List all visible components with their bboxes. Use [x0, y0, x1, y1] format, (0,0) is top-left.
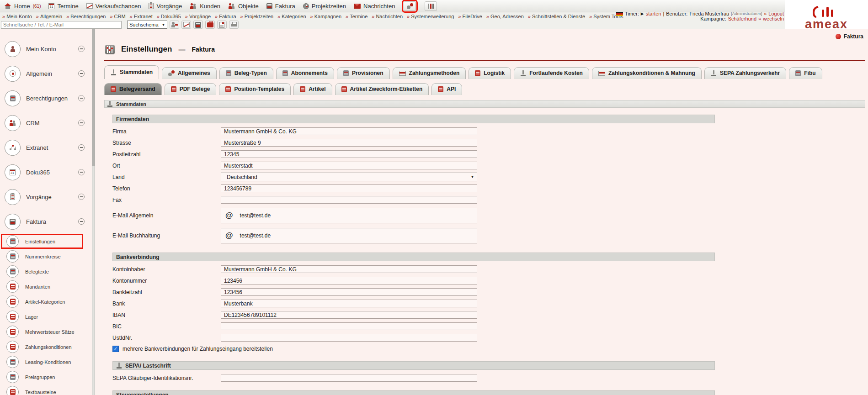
top-nav-item-nachrichten[interactable]: Nachrichten: [354, 3, 395, 10]
breadcrumb-kampagnen[interactable]: »Kampagnen: [310, 14, 341, 19]
postleitzahl-input[interactable]: [221, 150, 477, 158]
breadcrumb-allgemein[interactable]: »Allgemein: [36, 14, 62, 19]
tab-stammdaten[interactable]: Stammdaten: [104, 65, 159, 79]
sidebar-subitem-textbausteine[interactable]: Textbausteine: [0, 384, 92, 395]
sidebar-item-extranet[interactable]: Extranet: [0, 135, 92, 160]
breadcrumb-doku365[interactable]: »Doku365: [157, 14, 181, 19]
campaign-name-link[interactable]: Schäferhund: [728, 16, 756, 21]
collapse-minus-icon[interactable]: [78, 95, 85, 101]
firma-input[interactable]: [221, 127, 477, 135]
tab-fibu[interactable]: Fibu: [789, 67, 822, 79]
sidebar-scrollbar[interactable]: [92, 29, 95, 395]
breadcrumb-vorgange[interactable]: »Vorgänge: [185, 14, 211, 19]
sidebar-item-faktura[interactable]: Faktura: [0, 209, 92, 234]
e-mail-buchhaltung-input[interactable]: @test@test.de: [221, 228, 477, 243]
tab-zahlungsmethoden[interactable]: Zahlungsmethoden: [393, 67, 466, 79]
breadcrumb-geo-adressen[interactable]: »Geo, Adressen: [486, 14, 524, 19]
quick-search-input[interactable]: [1, 21, 122, 29]
sepa-glaubiger-identifikationsnr-input[interactable]: [221, 374, 477, 382]
subtab-position-templates[interactable]: Position-Templates: [219, 83, 291, 95]
print-button[interactable]: [229, 21, 239, 29]
breadcrumb-crm[interactable]: »CRM: [110, 14, 125, 19]
statistics-button[interactable]: [425, 1, 437, 11]
sidebar-subitem-artikel-kategorien[interactable]: Artikel-Kategorien: [0, 294, 92, 309]
subtab-artikel-zweckform-etiketten[interactable]: Artikel Zweckform-Etiketten: [335, 83, 429, 95]
breadcrumb-extranet[interactable]: »Extranet: [130, 14, 153, 19]
top-nav-item-kunden[interactable]: Kunden: [190, 3, 220, 10]
sidebar-subitem-mehrwertsteuer-satze[interactable]: Mehrwertsteuer Sätze: [0, 324, 92, 339]
bankleitzahl-input[interactable]: [221, 288, 477, 296]
iban-input[interactable]: [221, 311, 477, 319]
sidebar-item-crm[interactable]: CRM: [0, 111, 92, 135]
sidebar-subitem-einstellungen[interactable]: Einstellungen: [1, 234, 83, 249]
sidebar-subitem-zahlungskonditionen[interactable]: Zahlungskonditionen: [0, 339, 92, 354]
collapse-minus-icon[interactable]: [78, 144, 85, 151]
breadcrumb-termine[interactable]: »Termine: [346, 14, 367, 19]
kontonummer-input[interactable]: [221, 277, 477, 284]
sidebar-subitem-belegtexte[interactable]: Belegtexte: [0, 264, 92, 279]
subtab-pdf-belege[interactable]: PDF Belege: [165, 83, 217, 95]
sidebar-subitem-lager[interactable]: Lager: [0, 309, 92, 324]
tab-beleg-typen[interactable]: Beleg-Typen: [219, 67, 273, 79]
top-nav-item-vorgange[interactable]: Vorgänge: [149, 3, 182, 10]
timer-start-link[interactable]: starten: [646, 11, 661, 16]
briefcase-button[interactable]: [205, 21, 215, 29]
tab-provisionen[interactable]: Provisionen: [337, 67, 390, 79]
document-export-button[interactable]: [217, 21, 227, 29]
collapse-minus-icon[interactable]: [78, 194, 85, 200]
tab-allgemeines[interactable]: Allgemeines: [162, 67, 217, 79]
top-nav-item-home[interactable]: Home(61): [5, 3, 41, 10]
sidebar-item-berechtigungen[interactable]: Berechtigungen: [0, 86, 92, 111]
breadcrumb-faktura[interactable]: »Faktura: [215, 14, 236, 19]
land-select[interactable]: Deutschland▼: [221, 173, 477, 181]
tab-sepa-zahlungsverkehr[interactable]: SEPA Zahlungsverkehr: [704, 67, 786, 79]
top-nav-item-projektzeiten[interactable]: Projektzeiten: [303, 3, 346, 10]
sidebar-subitem-preisgruppen[interactable]: Preisgruppen: [0, 369, 92, 384]
top-nav-item-faktura[interactable]: Faktura: [266, 3, 295, 10]
tab-abonnements[interactable]: Abonnements: [276, 67, 334, 79]
top-nav-item-objekte[interactable]: Objekte: [228, 3, 259, 10]
breadcrumb-systemerweiterung[interactable]: »Systemerweiterung: [407, 14, 454, 19]
collapse-minus-icon[interactable]: [78, 169, 85, 175]
kontoinhaber-input[interactable]: [221, 265, 477, 273]
top-nav-item-termine[interactable]: Termine: [48, 3, 78, 10]
sidebar-item-mein-konto[interactable]: Mein Konto: [0, 37, 92, 61]
tab-zahlungskonditionen-mahnung[interactable]: Zahlungskonditionen & Mahnung: [592, 67, 702, 79]
collapse-minus-icon[interactable]: [78, 120, 85, 126]
cash-register-button[interactable]: [193, 21, 203, 29]
collapse-minus-icon[interactable]: [78, 46, 85, 52]
strasse-input[interactable]: [221, 139, 477, 147]
breadcrumb-kategorien[interactable]: »Kategorien: [277, 14, 306, 19]
sidebar-subitem-nummernkreise[interactable]: Nummernkreise: [0, 249, 92, 264]
bic-input[interactable]: [221, 322, 477, 330]
breadcrumb-mein-konto[interactable]: »Mein Konto: [2, 14, 32, 19]
fax-input[interactable]: [221, 196, 477, 204]
breadcrumb-projektzeiten[interactable]: »Projektzeiten: [240, 14, 274, 19]
sidebar-item-vorgange[interactable]: Vorgänge: [0, 184, 92, 209]
subtab-api[interactable]: API: [431, 83, 462, 95]
sales-chart-button[interactable]: [181, 21, 191, 29]
add-contact-button[interactable]: [170, 21, 179, 29]
subtab-artikel[interactable]: Artikel: [293, 83, 332, 95]
bank-input[interactable]: [221, 300, 477, 307]
top-nav-item-verkaufschancen[interactable]: Verkaufschancen: [86, 3, 141, 10]
scrollbar-thumb[interactable]: [92, 29, 95, 166]
breadcrumb-berechtigungen[interactable]: »Berechtigungen: [66, 14, 106, 19]
breadcrumb-filedrive[interactable]: »FileDrive: [458, 14, 482, 19]
breadcrumb-schnittstellen-dienste[interactable]: »Schnittstellen & Dienste: [528, 14, 585, 19]
breadcrumb-nachrichten[interactable]: »Nachrichten: [372, 14, 403, 19]
sidebar-item-doku365[interactable]: Doku365: [0, 160, 92, 184]
mehrere-bankverbindungen-fur-checkbox[interactable]: ✓: [112, 346, 119, 352]
sidebar-subitem-mandanten[interactable]: Mandanten: [0, 279, 92, 294]
settings-button[interactable]: [404, 1, 416, 11]
ustidnr-input[interactable]: [221, 334, 477, 342]
collapse-minus-icon[interactable]: [78, 218, 85, 225]
subtab-belegversand[interactable]: Belegversand: [104, 83, 162, 95]
e-mail-allgemein-input[interactable]: @test@test.de: [221, 208, 477, 223]
sidebar-subitem-leasing-konditionen[interactable]: Leasing-Konditionen: [0, 354, 92, 369]
sidebar-item-allgemein[interactable]: Allgemein: [0, 61, 92, 86]
telefon-input[interactable]: [221, 184, 477, 192]
tab-fortlaufende-kosten[interactable]: Fortlaufende Kosten: [514, 67, 589, 79]
ort-input[interactable]: [221, 162, 477, 169]
tab-logistik[interactable]: Logistik: [469, 67, 511, 79]
